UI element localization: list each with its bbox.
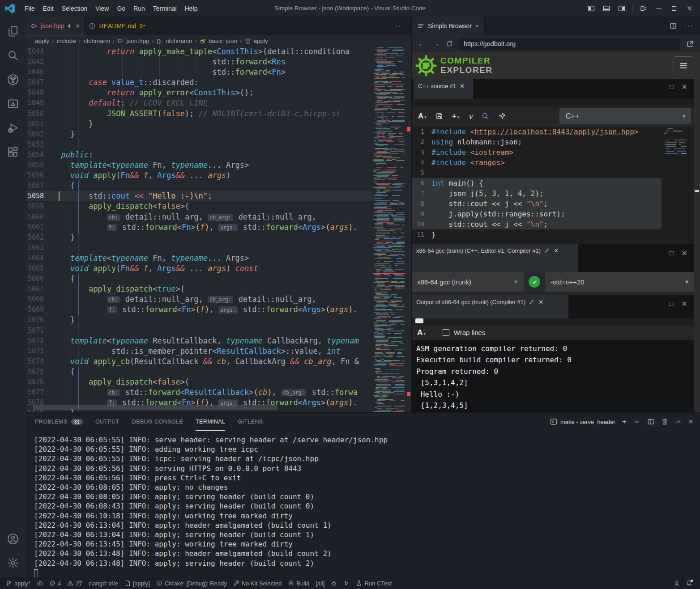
status-cmake-launch[interactable] bbox=[340, 580, 353, 586]
breadcrumb-item[interactable]: include bbox=[57, 38, 76, 44]
terminal-dropdown-icon[interactable] bbox=[633, 418, 640, 425]
close-window-icon[interactable] bbox=[683, 3, 696, 14]
add-pane-button[interactable]: +▾ bbox=[452, 112, 459, 121]
panel-tab-gitlens[interactable]: GITLENS bbox=[238, 413, 263, 431]
status-warnings-count[interactable]: 27 bbox=[64, 580, 85, 587]
close-pane-icon[interactable]: ✕ bbox=[460, 83, 465, 89]
panel-tab-output[interactable]: OUTPUT bbox=[95, 413, 120, 431]
language-select[interactable]: C++ ▼ bbox=[559, 108, 691, 124]
panel-tab-terminal[interactable]: TERMINAL bbox=[196, 413, 225, 431]
back-icon[interactable]: ← bbox=[418, 39, 426, 48]
activity-account-icon[interactable] bbox=[3, 530, 23, 548]
terminal-session[interactable]: make - serve_header bbox=[550, 418, 615, 425]
menu-go[interactable]: Go bbox=[113, 0, 129, 17]
close-tab-icon[interactable]: × bbox=[76, 22, 80, 30]
activity-extensions-icon[interactable] bbox=[3, 143, 23, 161]
status-clangd-status[interactable]: clangd: idle bbox=[85, 580, 121, 587]
compiler-pane-tab[interactable]: x86-64 gcc (trunk) (C++, Editor #1, Comp… bbox=[412, 244, 578, 272]
status-cmake-target[interactable]: [all] bbox=[312, 580, 328, 587]
tab-simple-browser[interactable]: Simple Browser × bbox=[412, 17, 485, 35]
breadcrumb-item[interactable]: apply bbox=[35, 38, 49, 44]
url-input[interactable]: https://godbolt.org bbox=[459, 38, 680, 50]
activity-cmake-icon[interactable] bbox=[3, 94, 23, 113]
ce-source-editor[interactable]: 1#include <https://localhost:8443/apply/… bbox=[412, 127, 694, 242]
close-pane-icon[interactable]: ✕ bbox=[682, 249, 687, 258]
split-terminal-icon[interactable] bbox=[647, 418, 654, 425]
menu-selection[interactable]: Selection bbox=[58, 0, 92, 17]
status-cmake-debug[interactable] bbox=[328, 580, 340, 586]
layout-sidebar-right-icon[interactable] bbox=[615, 3, 628, 14]
status-run-ctest[interactable]: Run CTest bbox=[353, 580, 395, 587]
menu-edit[interactable]: Edit bbox=[39, 0, 58, 17]
font-size-button[interactable]: A▾ bbox=[417, 328, 426, 337]
minimize-icon[interactable] bbox=[653, 3, 665, 14]
tab-json.hpp[interactable]: C+json.hpp4× bbox=[26, 17, 84, 35]
status-notifications[interactable] bbox=[683, 580, 696, 586]
breadcrumb-item[interactable]: json.hpp bbox=[126, 38, 149, 44]
status-feedback[interactable] bbox=[670, 580, 683, 586]
close-pane-icon[interactable]: ✕ bbox=[554, 247, 559, 254]
new-terminal-icon[interactable]: + bbox=[622, 417, 627, 426]
maximize-pane-icon[interactable]: □ bbox=[670, 249, 674, 258]
menu-help[interactable]: Help bbox=[181, 0, 202, 17]
horizontal-scrollbar[interactable] bbox=[33, 405, 277, 410]
layout-panel-icon[interactable] bbox=[600, 3, 613, 14]
code-editor[interactable]: 5044 return apply_make_tuple<ConstThis>(… bbox=[26, 47, 411, 412]
menu-file[interactable]: File bbox=[21, 0, 39, 17]
activity-settings-icon[interactable] bbox=[3, 554, 23, 572]
customize-layout-icon[interactable] bbox=[637, 3, 650, 14]
breadcrumb-item[interactable]: apply bbox=[254, 38, 268, 44]
panel-tab-debug-console[interactable]: DEBUG CONSOLE bbox=[132, 413, 183, 431]
ce-minimap[interactable] bbox=[662, 127, 687, 159]
close-pane-icon[interactable]: ✕ bbox=[538, 299, 543, 305]
status-cmake-status[interactable]: CMake: [Debug]: Ready bbox=[153, 580, 230, 587]
activity-source-control-icon[interactable] bbox=[3, 70, 23, 89]
menu-view[interactable]: View bbox=[91, 0, 113, 17]
open-external-icon[interactable] bbox=[686, 40, 694, 48]
compiler-explorer-logo-text[interactable]: COMPILER EXPLORER bbox=[440, 56, 493, 75]
status-cmake-project[interactable]: [apply] bbox=[121, 580, 153, 587]
editor-more-actions-icon[interactable]: ··· bbox=[395, 17, 411, 35]
breadcrumb-item[interactable]: nlohmann bbox=[83, 38, 110, 44]
menu-run[interactable]: Run bbox=[129, 0, 149, 17]
source-pane-tab[interactable]: C++ source #1 ✕ bbox=[414, 79, 473, 99]
compiler-output[interactable]: ASM generation compiler returned: 0Execu… bbox=[412, 340, 694, 412]
activity-run-and-debug-icon[interactable] bbox=[3, 119, 23, 137]
ce-scrollbar[interactable] bbox=[694, 79, 700, 412]
vim-mode-icon[interactable]: v bbox=[468, 112, 473, 121]
reload-icon[interactable] bbox=[446, 40, 453, 47]
terminal-content[interactable]: [2022-04-30 06:05:55] INFO: serve_header… bbox=[26, 431, 700, 577]
save-icon[interactable] bbox=[435, 112, 443, 120]
font-size-button[interactable]: A▾ bbox=[418, 112, 427, 121]
status-publish-changes[interactable] bbox=[34, 580, 46, 586]
maximize-panel-icon[interactable] bbox=[675, 418, 682, 425]
tab-README.md[interactable]: README.md9+ bbox=[84, 17, 150, 35]
output-pane-tab[interactable]: Output of x86-64 gcc (trunk) (Compiler #… bbox=[412, 295, 568, 318]
minimap[interactable] bbox=[372, 47, 405, 412]
overview-ruler[interactable] bbox=[405, 47, 411, 412]
maximize-pane-icon[interactable]: □ bbox=[670, 300, 674, 308]
more-actions-icon[interactable]: ··· bbox=[684, 22, 694, 30]
menu-terminal[interactable]: Terminal bbox=[149, 0, 181, 17]
breadcrumb[interactable]: apply›include›nlohmann›C+json.hpp›{}nloh… bbox=[26, 35, 411, 47]
breadcrumb-item[interactable]: nlohmann bbox=[166, 38, 192, 44]
layout-sidebar-left-icon[interactable] bbox=[585, 3, 598, 14]
forward-icon[interactable]: → bbox=[432, 39, 440, 48]
close-tab-icon[interactable]: × bbox=[475, 22, 479, 30]
panel-tab-problems[interactable]: PROBLEMS31 bbox=[35, 413, 83, 431]
status-git-branch-status[interactable]: apply* bbox=[3, 580, 34, 587]
pin-icon[interactable] bbox=[498, 112, 506, 120]
close-pane-icon[interactable]: ✕ bbox=[682, 83, 687, 91]
status-cmake-kit[interactable]: No Kit Selected bbox=[230, 580, 285, 587]
search-icon[interactable] bbox=[482, 112, 489, 120]
compiler-options-input[interactable]: -std=c++20 ▼ bbox=[545, 272, 694, 292]
activity-explorer-icon[interactable] bbox=[3, 22, 23, 41]
edit-icon[interactable] bbox=[529, 299, 535, 305]
status-errors-count[interactable]: 4 bbox=[46, 580, 64, 587]
split-editor-icon[interactable] bbox=[670, 22, 677, 30]
maximize-pane-icon[interactable]: □ bbox=[670, 83, 674, 91]
status-cmake-build[interactable]: Build bbox=[285, 580, 312, 587]
ce-scrollbar-thumb[interactable] bbox=[695, 190, 699, 192]
ce-menu-button[interactable] bbox=[674, 56, 693, 75]
maximize-icon[interactable] bbox=[668, 3, 680, 14]
